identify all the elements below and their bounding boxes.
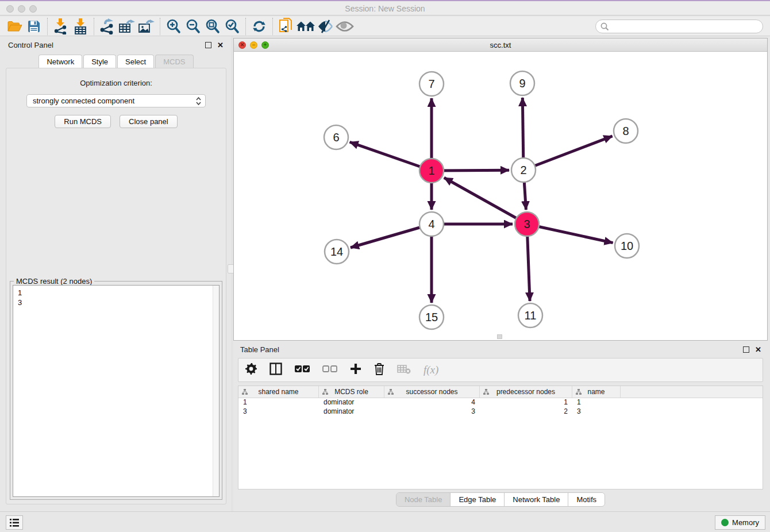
control-tab-style[interactable]: Style — [83, 55, 116, 68]
table-cell[interactable]: 2 — [480, 407, 572, 417]
network-canvas[interactable]: 7968124314101511 — [234, 52, 767, 340]
table-tab-node-table[interactable]: Node Table — [396, 493, 451, 506]
memory-button[interactable]: Memory — [715, 515, 765, 530]
table-tab-network-table[interactable]: Network Table — [505, 493, 568, 506]
memory-status-icon — [721, 519, 729, 526]
close-panel-button[interactable]: Close panel — [120, 115, 178, 128]
graph-edge-3-10[interactable] — [527, 224, 613, 243]
run-mcds-button[interactable]: Run MCDS — [55, 115, 111, 128]
hierarchy-icon — [388, 389, 394, 395]
table-cell[interactable]: dominator — [319, 398, 384, 407]
table-tab-motifs[interactable]: Motifs — [568, 493, 605, 506]
mcds-result-textarea[interactable]: 13 — [13, 285, 220, 497]
table-tabs: Node TableEdge TableNetwork TableMotifs — [233, 492, 768, 507]
criterion-dropdown-value: strongly connected component — [33, 97, 134, 105]
table-row[interactable]: 1dominator411 — [238, 398, 763, 407]
main-toolbar — [0, 17, 770, 36]
column-header-predecessor-nodes[interactable]: predecessor nodes — [480, 386, 572, 398]
graph-node-15[interactable]: 15 — [419, 305, 444, 329]
network-window-titlebar: ✕ − + scc.txt — [234, 38, 767, 52]
graph-node-10[interactable]: 10 — [615, 234, 639, 258]
export-image-icon[interactable] — [137, 18, 156, 35]
column-header-shared-name[interactable]: shared name — [238, 386, 319, 398]
graph-node-1[interactable]: 1 — [419, 159, 444, 183]
graph-node-4[interactable]: 4 — [419, 212, 444, 236]
open-folder-icon[interactable] — [5, 18, 24, 35]
table-cell[interactable]: 1 — [480, 398, 572, 407]
graph-node-7[interactable]: 7 — [419, 72, 444, 96]
zoom-selected-icon[interactable] — [222, 18, 242, 35]
node-table[interactable]: shared nameMCDS rolesuccessor nodesprede… — [238, 385, 763, 489]
toolbar-separator — [272, 18, 273, 35]
table-cell[interactable]: dominator — [319, 407, 384, 417]
svg-text:6: 6 — [333, 131, 339, 144]
graph-node-8[interactable]: 8 — [614, 119, 638, 143]
table-cell[interactable]: 1 — [572, 398, 621, 407]
home-icon[interactable] — [296, 18, 315, 35]
task-list-button[interactable] — [6, 515, 23, 530]
graph-edge-3-1[interactable] — [444, 178, 527, 224]
close-table-panel-icon[interactable]: ✕ — [755, 345, 761, 354]
add-icon[interactable] — [350, 363, 361, 377]
table-cell[interactable]: 1 — [238, 398, 319, 407]
clone-network-icon[interactable] — [276, 18, 296, 35]
table-toolbar: f(x) — [238, 358, 763, 382]
columns-icon[interactable] — [270, 363, 282, 377]
graph-node-14[interactable]: 14 — [325, 240, 349, 264]
eye-icon[interactable] — [335, 18, 355, 35]
close-panel-icon[interactable]: ✕ — [217, 41, 224, 49]
table-body: 1dominator4113dominator323 — [238, 398, 763, 417]
hide-graphics-icon[interactable] — [315, 18, 335, 35]
column-header-name[interactable]: name — [572, 386, 621, 398]
table-cell[interactable]: 3 — [238, 407, 319, 417]
export-network-icon[interactable] — [98, 18, 117, 35]
save-icon[interactable] — [24, 18, 44, 35]
zoom-fit-icon[interactable] — [203, 18, 222, 35]
table-tab-edge-table[interactable]: Edge Table — [451, 493, 505, 506]
zoom-out-icon[interactable] — [183, 18, 203, 35]
export-table-icon[interactable] — [117, 18, 137, 35]
mcds-panel-body: Optimization criterion: strongly connect… — [6, 68, 226, 504]
select-all-icon[interactable] — [295, 365, 310, 375]
column-header-successor-nodes[interactable]: successor nodes — [384, 386, 480, 398]
search-box[interactable] — [595, 20, 763, 33]
table-cell[interactable]: 4 — [384, 398, 480, 407]
deselect-all-icon[interactable] — [322, 365, 337, 375]
graph-node-3[interactable]: 3 — [515, 212, 539, 236]
column-header-MCDS-role[interactable]: MCDS role — [319, 386, 384, 398]
import-network-icon[interactable] — [51, 18, 71, 35]
table-cell[interactable]: 3 — [572, 407, 621, 417]
search-icon — [600, 22, 609, 31]
graph-edge-1-6[interactable] — [350, 142, 432, 171]
import-table-icon[interactable] — [71, 18, 90, 35]
hierarchy-icon — [242, 389, 248, 395]
search-input[interactable] — [612, 21, 763, 32]
graph-node-11[interactable]: 11 — [518, 303, 542, 327]
refresh-icon[interactable] — [249, 18, 269, 35]
gear-icon[interactable] — [245, 363, 257, 377]
table-cell[interactable]: 3 — [384, 407, 480, 417]
control-tab-select[interactable]: Select — [117, 55, 154, 68]
control-tab-network[interactable]: Network — [38, 55, 82, 68]
graph-node-2[interactable]: 2 — [511, 158, 536, 182]
table-panel-header: Table Panel ✕ — [233, 342, 768, 358]
table-row[interactable]: 3dominator323 — [238, 407, 763, 417]
table-panel: Table Panel ✕ — [233, 342, 768, 510]
graph-node-6[interactable]: 6 — [324, 125, 348, 149]
mcds-result-title: MCDS result (2 nodes) — [14, 277, 94, 286]
toolbar-separator — [160, 18, 160, 35]
status-bar: Memory — [0, 511, 770, 532]
float-panel-icon[interactable] — [205, 42, 211, 48]
zoom-in-icon[interactable] — [164, 18, 183, 35]
criterion-dropdown[interactable]: strongly connected component — [26, 94, 206, 107]
delete-table-icon[interactable] — [397, 364, 411, 376]
canvas-scrollbar-handle[interactable] — [497, 334, 502, 339]
delete-icon[interactable] — [374, 363, 384, 377]
network-window-title: scc.txt — [234, 41, 767, 49]
function-icon[interactable]: f(x) — [424, 364, 438, 376]
control-tab-mcds[interactable]: MCDS — [155, 55, 193, 68]
graph-node-9[interactable]: 9 — [510, 71, 534, 95]
float-table-panel-icon[interactable] — [743, 346, 749, 353]
result-scrollbar[interactable] — [213, 286, 219, 496]
graph-edge-2-8[interactable] — [523, 136, 613, 170]
